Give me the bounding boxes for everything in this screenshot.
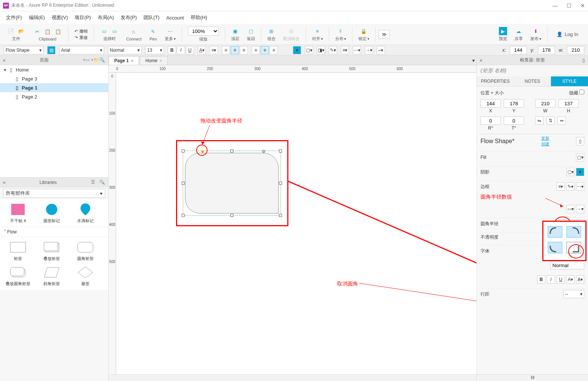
bold-button[interactable]: B — [168, 46, 176, 54]
shape-type-select[interactable]: Flow Shape▾ — [4, 46, 43, 54]
tab-properties[interactable]: PROPERTIES — [477, 76, 514, 86]
lib-item-rectstack[interactable]: 叠放矩形 — [37, 240, 67, 261]
italic-button[interactable]: I — [177, 46, 185, 54]
add-folder-icon[interactable]: +📁 — [91, 57, 97, 63]
menu-project[interactable]: 项目(P) — [72, 13, 93, 22]
lib-menu-icon[interactable]: ☰ — [91, 179, 97, 185]
expand-icon[interactable]: ▾ — [4, 67, 8, 73]
lib-item-skew[interactable]: 斜角矩形 — [37, 265, 67, 287]
aspect-lock-button[interactable]: ⇔ — [558, 117, 566, 125]
align-center-button[interactable]: ≡ — [231, 46, 239, 54]
style-open-icon[interactable]: ▤ — [47, 46, 55, 54]
tool-preview[interactable]: ▶ 预览 — [496, 26, 510, 42]
tree-row-home[interactable]: ▾ ▯ Home — [0, 65, 108, 74]
lib-item-sticky[interactable]: 不干贴 4 — [3, 202, 33, 224]
menu-account[interactable]: Account — [164, 13, 186, 22]
lib-search-icon[interactable]: 🔍 — [99, 179, 105, 185]
tool-ungroup-btn[interactable]: ⊟ 取消组合 — [280, 26, 303, 42]
arrow-picker[interactable]: →▾ — [576, 205, 584, 213]
font-weight-select[interactable]: Normal▾ — [108, 46, 142, 54]
login-button[interactable]: 👤 Log In — [551, 31, 584, 37]
insp-text-color[interactable]: A▾ — [566, 275, 575, 284]
fill-color-button[interactable]: ▾ — [293, 46, 301, 54]
hide-checkbox[interactable] — [579, 90, 584, 94]
shadow-outer-button[interactable]: ▢▾ — [305, 46, 313, 54]
font-weight-input[interactable] — [551, 261, 584, 269]
canvas[interactable]: 拖动改变圆角半径 取消圆角 — [116, 73, 476, 374]
insp-bold[interactable]: B — [537, 275, 545, 284]
open-file-icon[interactable]: 📂 — [17, 27, 25, 35]
tool-share[interactable]: ☁ 共享 — [512, 26, 526, 42]
arrow-style-button[interactable]: →▾ — [365, 46, 373, 54]
canvas-scrollbar-h[interactable] — [109, 374, 476, 381]
align-right-button[interactable]: ≡ — [240, 46, 248, 54]
tool-distribute[interactable]: ⫴ 分布▾ — [332, 26, 349, 42]
tool-group-btn[interactable]: ⊞ 组合 — [264, 26, 279, 42]
text-color-button[interactable]: A▾ — [198, 46, 206, 54]
tab-style[interactable]: STYLE — [551, 76, 588, 86]
tool-front[interactable]: ▣ 顶层 — [228, 26, 242, 42]
pos-w-input[interactable] — [535, 99, 555, 108]
style-update-link[interactable]: 更新 — [541, 136, 549, 141]
zoom-select[interactable]: 100% — [188, 27, 219, 36]
border-style-button[interactable]: ⋯▾ — [353, 46, 361, 54]
tool-lock[interactable]: 🔒 锁定▾ — [355, 26, 372, 42]
toolbar-overflow[interactable]: ≫ — [379, 30, 390, 39]
border-color-picker[interactable]: ✎▾ — [566, 182, 575, 191]
tool-more[interactable]: ⋯ 更多▾ — [162, 26, 179, 42]
selected-shape[interactable] — [184, 151, 280, 215]
tree-row-page3[interactable]: ▯ Page 3 — [0, 74, 108, 83]
lib-item-circle[interactable]: 圆形标记 — [37, 202, 67, 224]
tab-page1[interactable]: Page 1× — [109, 56, 139, 65]
shadow-inner-button[interactable]: ◨▾ — [317, 46, 325, 54]
window-close[interactable]: ✕ — [581, 3, 585, 9]
tool-pen[interactable]: ✎ Pen — [146, 27, 160, 42]
line-height-select[interactable]: --▾ — [563, 290, 584, 298]
connector-style-button[interactable]: ⌐▾ — [377, 46, 385, 54]
lib-item-roundrectstack[interactable]: 叠放圆角矩形 — [3, 265, 33, 287]
tree-row-page2[interactable]: ▯ Page 2 — [0, 92, 108, 101]
tree-row-page1[interactable]: ▯ Page 1 — [0, 83, 108, 92]
inspector-scrollbar[interactable]: ⦀⦀ — [477, 374, 588, 381]
w-input[interactable] — [567, 46, 584, 54]
tab-notes[interactable]: NOTES — [514, 76, 551, 86]
rotation-handle[interactable] — [262, 150, 265, 153]
menu-view[interactable]: 视图(V) — [49, 13, 70, 22]
add-page-icon[interactable]: +▭ — [83, 57, 89, 63]
bullet-list-button[interactable]: ≡▾ — [210, 46, 218, 54]
insp-underline[interactable]: U — [557, 275, 565, 284]
shadow-outer-picker[interactable]: ▢▾ — [566, 168, 575, 176]
close-icon[interactable]: × — [160, 58, 162, 63]
flip-v-button[interactable]: ⇅ — [546, 117, 555, 125]
font-select[interactable]: Arial▾ — [59, 46, 104, 54]
lib-category-flow[interactable]: ˅ Flow — [0, 227, 108, 237]
pos-rot-input[interactable] — [481, 117, 501, 125]
lib-item-rect[interactable]: 矩形 — [3, 240, 33, 261]
tab-overflow-icon[interactable]: ▾ — [471, 56, 476, 65]
menu-team[interactable]: 团队(T) — [141, 13, 162, 22]
search-pages-icon[interactable]: 🔍 — [99, 57, 105, 63]
menu-edit[interactable]: 编辑(E) — [27, 13, 47, 22]
undo-button[interactable]: ↶撤销 — [75, 28, 88, 34]
valign-middle-button[interactable]: ≡ — [261, 46, 269, 54]
shape-name-field[interactable]: (矩形 名称) — [477, 65, 588, 76]
x-input[interactable] — [510, 46, 527, 54]
border-width-button[interactable]: ≡▾ — [341, 46, 349, 54]
lib-item-pin[interactable]: 水滴标记 — [70, 202, 100, 224]
menu-file[interactable]: 文件(F) — [4, 13, 24, 22]
border-color-button[interactable]: ✎▾ — [329, 46, 337, 54]
insp-italic[interactable]: I — [547, 275, 555, 284]
lib-item-roundrect[interactable]: 圆角矩形 — [70, 240, 100, 261]
tool-connect[interactable]: ⎌ Connect — [123, 27, 145, 42]
border-width-picker[interactable]: ≡▾ — [557, 182, 565, 191]
tool-select-group[interactable]: ▭▭ 选择时 — [97, 26, 122, 42]
paste-icon[interactable]: 📋 — [54, 28, 62, 36]
inspector-page-icon[interactable]: ▯ — [582, 58, 585, 63]
flip-h-button[interactable]: ⇋ — [535, 117, 543, 125]
lib-item-diamond[interactable]: 菱形 — [70, 265, 100, 287]
align-left-button[interactable]: ≡ — [222, 46, 230, 54]
menu-arrange[interactable]: 布局(A) — [96, 13, 116, 22]
style-create-link[interactable]: 创建 — [541, 141, 549, 147]
window-minimize[interactable]: — — [552, 3, 558, 9]
menu-help[interactable]: 帮助(H) — [188, 13, 209, 22]
